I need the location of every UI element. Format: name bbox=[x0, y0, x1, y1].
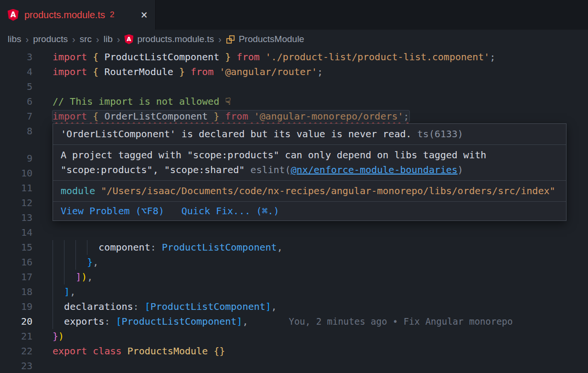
code-line-23[interactable]: 23 bbox=[0, 359, 588, 373]
line-number[interactable]: 21 bbox=[0, 329, 32, 344]
hover-actions: View Problem (⌥F8) Quick Fix... (⌘.) bbox=[53, 202, 566, 220]
line-number[interactable]: 15 bbox=[0, 240, 32, 255]
breadcrumb-item-symbol[interactable]: ProductsModule bbox=[226, 34, 304, 44]
code-line-7[interactable]: 7import { OrderListComponent } from '@an… bbox=[0, 109, 588, 124]
module-keyword: module bbox=[61, 185, 95, 197]
code-line-18[interactable]: 18 ], bbox=[0, 285, 588, 299]
chevron-right-icon: › bbox=[117, 34, 120, 45]
breadcrumb-item-src[interactable]: src bbox=[80, 34, 92, 44]
breadcrumb-item-products[interactable]: products bbox=[33, 34, 68, 44]
line-number[interactable]: 12 bbox=[0, 196, 32, 210]
view-problem-link[interactable]: View Problem (⌥F8) bbox=[61, 204, 164, 219]
indent-guide bbox=[87, 240, 87, 255]
line-number[interactable]: 7 bbox=[0, 109, 32, 124]
tab-products-module-ts[interactable]: A products.module.ts 2 × bbox=[0, 0, 156, 30]
code-content[interactable]: component: ProductListComponent, bbox=[32, 240, 588, 255]
line-number[interactable]: 6 bbox=[0, 94, 32, 109]
eslint-source-open: eslint( bbox=[250, 164, 290, 176]
hover-module-path: module "/Users/isaac/Documents/code/nx-r… bbox=[53, 181, 566, 202]
code-content[interactable]: exports: [ProductListComponent],You, 2 m… bbox=[32, 314, 588, 329]
line-number[interactable]: 11 bbox=[0, 181, 32, 196]
chevron-right-icon: › bbox=[96, 34, 99, 45]
quick-fix-link[interactable]: Quick Fix... (⌘.) bbox=[182, 204, 279, 219]
code-line-3[interactable]: 3import { ProductListComponent } from '.… bbox=[0, 50, 588, 65]
code-content[interactable]: import { RouterModule } from '@angular/r… bbox=[32, 65, 588, 79]
code-content[interactable]: import { ProductListComponent } from './… bbox=[32, 50, 588, 65]
code-line-19[interactable]: 19 declarations: [ProductListComponent], bbox=[0, 299, 588, 314]
line-number[interactable]: 9 bbox=[0, 151, 32, 166]
breadcrumb-item-lib[interactable]: lib bbox=[104, 34, 113, 44]
code-content[interactable]: }) bbox=[32, 329, 588, 344]
tab-error-count-badge: 2 bbox=[110, 10, 114, 20]
code-line-5[interactable]: 5 bbox=[0, 79, 588, 94]
error-squiggle-statement[interactable]: import { OrderListComponent } from '@ang… bbox=[53, 110, 409, 122]
line-number[interactable]: 13 bbox=[0, 210, 32, 225]
line-number[interactable]: 23 bbox=[0, 359, 32, 373]
indent-guide bbox=[53, 285, 53, 299]
ts-error-text: 'OrderListComponent' is declared but its… bbox=[61, 128, 412, 140]
chevron-right-icon: › bbox=[72, 34, 75, 45]
breadcrumb-item-libs[interactable]: libs bbox=[8, 34, 21, 44]
code-line-6[interactable]: 6// This import is not allowed ☟ bbox=[0, 94, 588, 109]
indent-guide bbox=[75, 240, 76, 255]
code-content[interactable]: ]), bbox=[32, 270, 588, 285]
class-symbol-icon bbox=[226, 35, 235, 44]
line-number[interactable]: 3 bbox=[0, 50, 32, 65]
line-number[interactable]: 10 bbox=[0, 166, 32, 181]
indent-guide bbox=[53, 255, 53, 270]
code-line-14[interactable]: 14 bbox=[0, 225, 588, 240]
breadcrumb-symbol-label: ProductsModule bbox=[239, 34, 304, 44]
hover-eslint-error: A project tagged with "scope:products" c… bbox=[53, 145, 566, 181]
code-line-4[interactable]: 4import { RouterModule } from '@angular/… bbox=[0, 65, 588, 79]
breadcrumb-file-label: products.module.ts bbox=[137, 34, 214, 44]
eslint-source-close: ) bbox=[458, 164, 463, 176]
code-line-17[interactable]: 17 ]), bbox=[0, 270, 588, 285]
angular-icon-letter: A bbox=[11, 11, 16, 19]
code-content[interactable]: ], bbox=[32, 285, 588, 299]
breadcrumb-item-file[interactable]: A products.module.ts bbox=[124, 34, 214, 44]
code-content[interactable]: declarations: [ProductListComponent], bbox=[32, 299, 588, 314]
line-number[interactable]: 8 bbox=[0, 124, 32, 139]
code-content[interactable] bbox=[32, 359, 588, 373]
line-number[interactable]: 17 bbox=[0, 270, 32, 285]
line-number[interactable]: 14 bbox=[0, 225, 32, 240]
tab-strip-empty bbox=[156, 0, 588, 30]
line-number[interactable]: 16 bbox=[0, 255, 32, 270]
code-content[interactable]: export class ProductsModule {} bbox=[32, 344, 588, 359]
line-number[interactable]: 19 bbox=[0, 299, 32, 314]
code-line-16[interactable]: 16 }, bbox=[0, 255, 588, 270]
line-number[interactable]: 5 bbox=[0, 79, 32, 94]
indent-guide bbox=[53, 314, 53, 329]
tab-bar: A products.module.ts 2 × bbox=[0, 0, 588, 30]
close-icon[interactable]: × bbox=[141, 9, 148, 21]
indent-guide bbox=[64, 240, 64, 255]
indent-guide bbox=[53, 270, 53, 285]
code-content[interactable]: import { OrderListComponent } from '@ang… bbox=[32, 109, 588, 124]
code-line-15[interactable]: 15 component: ProductListComponent, bbox=[0, 240, 588, 255]
code-line-20[interactable]: 20 exports: [ProductListComponent],You, … bbox=[0, 314, 588, 329]
line-number[interactable]: 20 bbox=[0, 314, 32, 329]
code-content[interactable] bbox=[32, 79, 588, 94]
indent-guide bbox=[75, 255, 76, 270]
code-content[interactable] bbox=[32, 225, 588, 240]
hover-ts-error: 'OrderListComponent' is declared but its… bbox=[53, 124, 566, 145]
eslint-rule-link[interactable]: @nx/enforce-module-boundaries bbox=[291, 164, 458, 176]
angular-icon: A bbox=[8, 9, 19, 21]
editor[interactable]: 3import { ProductListComponent } from '.… bbox=[0, 49, 588, 373]
code-line-22[interactable]: 22export class ProductsModule {} bbox=[0, 344, 588, 359]
line-number[interactable]: 22 bbox=[0, 344, 32, 359]
chevron-right-icon: › bbox=[218, 34, 222, 45]
tab-title: products.module.ts bbox=[24, 10, 105, 21]
breadcrumb: libs › products › src › lib › A products… bbox=[0, 30, 588, 49]
error-hover-tooltip: 'OrderListComponent' is declared but its… bbox=[53, 123, 567, 221]
module-path: "/Users/isaac/Documents/code/nx-recipes/… bbox=[101, 185, 555, 197]
line-number[interactable]: 4 bbox=[0, 65, 32, 79]
indent-guide bbox=[53, 299, 53, 314]
indent-guide bbox=[64, 255, 64, 270]
code-content[interactable]: // This import is not allowed ☟ bbox=[32, 94, 588, 109]
code-content[interactable]: }, bbox=[32, 255, 588, 270]
indent-guide bbox=[53, 240, 53, 255]
line-number[interactable]: 18 bbox=[0, 285, 32, 299]
chevron-right-icon: › bbox=[26, 34, 29, 45]
code-line-21[interactable]: 21}) bbox=[0, 329, 588, 344]
